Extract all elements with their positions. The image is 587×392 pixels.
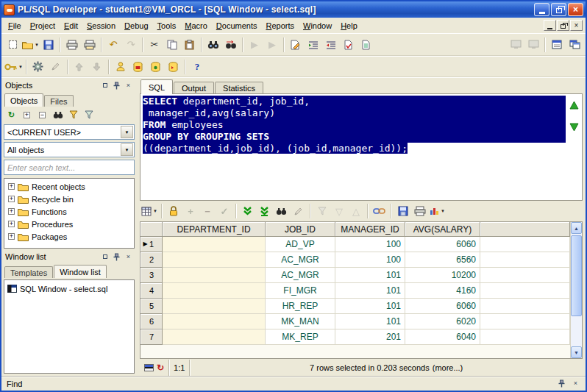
- col-header-department-id[interactable]: DEPARTMENT_ID: [163, 222, 266, 237]
- tab-statistics[interactable]: Statistics: [215, 82, 263, 94]
- row-header[interactable]: ▶1: [140, 237, 163, 252]
- grid-options-button[interactable]: ▼: [140, 203, 158, 219]
- help-button[interactable]: ?: [188, 58, 206, 75]
- collapse-all-button[interactable]: −: [35, 108, 49, 121]
- cell-job-id[interactable]: MK_MAN: [266, 314, 335, 329]
- expand-icon[interactable]: +: [8, 208, 15, 215]
- cell-job-id[interactable]: AD_VP: [266, 237, 335, 252]
- cell-avg-salary[interactable]: 6060: [405, 237, 480, 252]
- cell-job-id[interactable]: AC_MGR: [266, 252, 335, 268]
- menu-session[interactable]: Session: [82, 20, 120, 32]
- row-header[interactable]: 2: [140, 252, 163, 268]
- explain-plan-button[interactable]: [357, 36, 375, 53]
- expand-icon[interactable]: +: [8, 233, 15, 240]
- mdi-close-button[interactable]: ×: [570, 20, 583, 31]
- scrollbar-track[interactable]: [571, 234, 582, 346]
- window-cascade-button[interactable]: [507, 36, 524, 53]
- window-list-button[interactable]: [566, 36, 583, 53]
- save-button[interactable]: [40, 36, 57, 53]
- filter-data-button[interactable]: [314, 203, 330, 219]
- col-header-manager-id[interactable]: MANAGER_ID: [335, 222, 405, 237]
- cell-job-id[interactable]: MK_REP: [266, 329, 335, 345]
- vertical-scrollbar[interactable]: ▲ ▼: [570, 222, 582, 358]
- float-panel-button[interactable]: [100, 252, 110, 261]
- chart-button[interactable]: ▼: [429, 203, 446, 219]
- pin-find-button[interactable]: [557, 379, 566, 388]
- find-next-button[interactable]: [222, 36, 240, 53]
- new-test-window-button[interactable]: [147, 58, 165, 75]
- menu-reports[interactable]: Reports: [261, 20, 299, 32]
- tab-objects[interactable]: Objects: [4, 93, 43, 107]
- expand-icon[interactable]: +: [8, 196, 15, 202]
- cell-job-id[interactable]: HR_REP: [266, 299, 335, 314]
- cell-department-id[interactable]: [163, 314, 266, 329]
- cell-avg-salary[interactable]: 6060: [405, 299, 480, 314]
- sql-code[interactable]: SELECT department_id, job_id, manager_id…: [140, 94, 566, 200]
- close-find-button[interactable]: ×: [571, 379, 580, 388]
- new-sql-window-button[interactable]: [129, 58, 147, 75]
- close-panel-button[interactable]: ×: [124, 252, 133, 261]
- cell-manager-id[interactable]: 101: [335, 314, 405, 329]
- expand-icon[interactable]: +: [8, 221, 15, 227]
- more-link[interactable]: (more...): [433, 363, 463, 372]
- menu-help[interactable]: Help: [336, 20, 362, 32]
- scrollbar-thumb[interactable]: [571, 235, 582, 316]
- cell-manager-id[interactable]: 101: [335, 268, 405, 283]
- minimize-button[interactable]: [534, 3, 549, 16]
- next-statement-button[interactable]: [568, 122, 580, 132]
- tab-output[interactable]: Output: [174, 82, 214, 94]
- auto-refresh-icon[interactable]: ↻: [157, 363, 164, 373]
- window-tile-button[interactable]: [524, 36, 542, 53]
- row-header[interactable]: 4: [140, 283, 163, 299]
- row-header[interactable]: 5: [140, 299, 163, 314]
- cell-avg-salary[interactable]: 10200: [405, 268, 480, 283]
- menu-documents[interactable]: Documents: [212, 20, 262, 32]
- menu-tools[interactable]: Tools: [153, 20, 181, 32]
- tab-window-list[interactable]: Window list: [54, 265, 107, 278]
- row-header[interactable]: 7: [140, 329, 163, 345]
- redo-button[interactable]: ↷: [122, 36, 140, 53]
- menu-edit[interactable]: Edit: [60, 20, 82, 32]
- cell-manager-id[interactable]: 101: [335, 299, 405, 314]
- cell-avg-salary[interactable]: 6040: [405, 329, 480, 345]
- preferences-button[interactable]: [29, 58, 47, 75]
- cell-manager-id[interactable]: 101: [335, 283, 405, 299]
- close-button[interactable]: ×: [568, 3, 583, 16]
- search-input[interactable]: [4, 160, 134, 174]
- tree-item-recent-objects[interactable]: + Recent objects: [4, 180, 134, 193]
- cell-department-id[interactable]: [163, 283, 266, 299]
- tab-sql[interactable]: SQL: [140, 79, 173, 94]
- fetch-all-button[interactable]: [257, 203, 273, 219]
- pin-panel-button[interactable]: [112, 252, 121, 261]
- export-results-button[interactable]: [395, 203, 411, 219]
- lock-button[interactable]: [166, 203, 182, 219]
- refresh-objects-button[interactable]: ↻: [4, 108, 18, 121]
- find-button[interactable]: [204, 36, 222, 53]
- user-dropdown[interactable]: <CURRENT USER> ▼: [4, 124, 135, 140]
- logon-button[interactable]: ▼: [4, 58, 24, 75]
- break-button[interactable]: ▶: [263, 36, 281, 53]
- fetch-next-page-button[interactable]: [240, 203, 256, 219]
- copy-button[interactable]: [163, 36, 181, 53]
- cell-avg-salary[interactable]: 4160: [405, 283, 480, 299]
- filter-objects-button[interactable]: [66, 108, 80, 121]
- menu-project[interactable]: Project: [26, 20, 60, 32]
- insert-record-button[interactable]: +: [182, 203, 199, 219]
- app-icon[interactable]: [4, 4, 15, 15]
- maximize-button[interactable]: [551, 3, 566, 16]
- cell-department-id[interactable]: [163, 268, 266, 283]
- undo-button[interactable]: ↶: [104, 36, 122, 53]
- brush-button[interactable]: [47, 58, 65, 75]
- execute-button[interactable]: ▶: [246, 36, 263, 53]
- scroll-up-button[interactable]: ▲: [571, 222, 582, 234]
- row-header[interactable]: 6: [140, 314, 163, 329]
- cell-manager-id[interactable]: 201: [335, 329, 405, 345]
- dropdown-button[interactable]: ▼: [121, 143, 133, 156]
- rollback-button[interactable]: [88, 58, 106, 75]
- indent-button[interactable]: [305, 36, 322, 53]
- mdi-minimize-button[interactable]: [544, 20, 556, 31]
- tree-item-recycle-bin[interactable]: + Recycle bin: [4, 193, 134, 205]
- commit-button[interactable]: [71, 58, 88, 75]
- menu-window[interactable]: Window: [299, 20, 336, 32]
- float-panel-button[interactable]: [100, 81, 110, 90]
